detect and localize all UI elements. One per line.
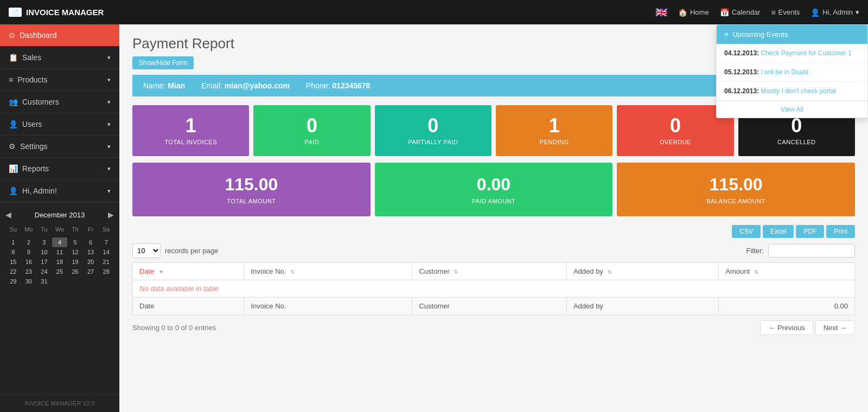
cal-day[interactable]: 31 <box>36 276 52 286</box>
amount-label: TOTAL AMOUNT <box>227 198 276 204</box>
topnav-events[interactable]: ≡ Events <box>771 8 800 17</box>
dashboard-icon: ⊙ <box>9 31 15 40</box>
event-date: 06.12.2013: <box>724 87 759 95</box>
records-per-page-label: records per page <box>165 247 218 255</box>
cal-day-today[interactable]: 4 <box>52 237 68 247</box>
stat-label: OVERDUE <box>660 139 691 145</box>
cal-day[interactable]: 17 <box>36 257 52 267</box>
sort-icon: ⇅ <box>608 269 612 275</box>
chevron-down-icon: ▾ <box>107 165 111 172</box>
sidebar-item-admin[interactable]: 👤 Hi, Admin! ▾ <box>0 180 119 202</box>
print-button[interactable]: Print <box>826 225 855 238</box>
cal-day[interactable]: 24 <box>36 267 52 276</box>
cal-day[interactable]: 26 <box>67 267 83 276</box>
footer-date: Date <box>133 298 244 315</box>
cal-day[interactable]: 9 <box>21 247 37 257</box>
brand: 📄 INVOICE MANAGER <box>9 8 104 17</box>
csv-button[interactable]: CSV <box>732 225 761 238</box>
flag-icon[interactable]: 🇬🇧 <box>655 7 667 18</box>
cal-day[interactable]: 3 <box>36 237 52 247</box>
next-page-button[interactable]: Next → <box>815 320 855 335</box>
cal-day[interactable]: 18 <box>52 257 68 267</box>
amount-row: 115.00 TOTAL AMOUNT 0.00 PAID AMOUNT 115… <box>132 163 855 216</box>
view-all-events-button[interactable]: View All <box>717 101 867 118</box>
sidebar-item-customers[interactable]: 👥 Customers ▾ <box>0 91 119 113</box>
cal-day[interactable]: 12 <box>67 247 83 257</box>
col-customer[interactable]: Customer ⇅ <box>412 263 567 280</box>
cal-day[interactable]: 16 <box>21 257 37 267</box>
cal-day[interactable]: 19 <box>67 257 83 267</box>
cal-day[interactable]: 13 <box>83 247 99 257</box>
cal-day[interactable]: 8 <box>5 247 21 257</box>
cal-day[interactable]: 21 <box>98 257 114 267</box>
pdf-button[interactable]: PDF <box>796 225 824 238</box>
cal-day[interactable]: 10 <box>36 247 52 257</box>
cal-day-header: Fr <box>83 224 99 234</box>
sidebar-item-settings[interactable]: ⚙ Settings ▾ <box>0 136 119 158</box>
cal-day[interactable]: 11 <box>52 247 68 257</box>
previous-page-button[interactable]: ← Previous <box>760 320 813 335</box>
sidebar-item-products[interactable]: ≡ Products ▾ <box>0 69 119 91</box>
pagination: ← Previous Next → <box>760 320 855 335</box>
cal-day[interactable]: 27 <box>83 267 99 276</box>
cal-day-header: Th <box>67 224 83 234</box>
cal-day[interactable]: 2 <box>21 237 37 247</box>
col-invoice-no[interactable]: Invoice No. ⇅ <box>244 263 412 280</box>
stat-card-partially-paid: 0 PARTIALLY PAID <box>375 105 492 156</box>
events-icon: ≡ <box>771 8 775 17</box>
calendar-prev-btn[interactable]: ◀ <box>5 210 11 219</box>
col-amount[interactable]: Amount ⇅ <box>719 263 855 280</box>
table-footer: Showing 0 to 0 of 0 entries ← Previous N… <box>132 320 855 335</box>
cal-day[interactable]: 22 <box>5 267 21 276</box>
calendar-month-label: December 2013 <box>35 211 85 219</box>
user-icon: 👤 <box>810 8 820 17</box>
col-date[interactable]: Date ▼ <box>133 263 244 280</box>
cal-day[interactable]: 28 <box>98 267 114 276</box>
amount-number: 0.00 <box>477 175 510 195</box>
topnav-calendar[interactable]: 📅 Calendar <box>720 8 761 17</box>
chevron-down-icon: ▾ <box>107 76 111 83</box>
brand-icon: 📄 <box>9 8 22 17</box>
cal-day[interactable]: 20 <box>83 257 99 267</box>
main-wrapper: Payment Report Show/Hide Form Name: Mian… <box>119 24 868 412</box>
app-version: INVOICE MANAGER V2.0 <box>24 400 95 407</box>
cal-day[interactable]: 6 <box>83 237 99 247</box>
event-date: 04.12.2013: <box>724 49 759 57</box>
cal-day[interactable]: 25 <box>52 267 68 276</box>
chevron-down-icon: ▾ <box>107 143 111 150</box>
amount-card-total: 115.00 TOTAL AMOUNT <box>132 163 371 216</box>
sidebar-item-reports[interactable]: 📊 Reports ▾ <box>0 158 119 180</box>
topnav-user[interactable]: 👤 Hi, Admin ▾ <box>810 8 859 17</box>
cal-day[interactable]: 5 <box>67 237 83 247</box>
sidebar-item-label: Reports <box>22 164 49 173</box>
data-table: Date ▼ Invoice No. ⇅ Customer ⇅ <box>132 262 855 315</box>
chevron-down-icon: ▾ <box>107 99 111 106</box>
show-hide-form-button[interactable]: Show/Hide Form <box>132 56 194 69</box>
customer-name-section: Name: Mian <box>143 81 185 90</box>
filter-input[interactable] <box>768 244 855 258</box>
col-added-by[interactable]: Added by ⇅ <box>566 263 718 280</box>
admin-icon: 👤 <box>9 186 18 195</box>
cal-day[interactable]: 30 <box>21 276 37 286</box>
sort-icon: ⇅ <box>290 269 295 275</box>
stat-card-paid: 0 PAID <box>253 105 370 156</box>
chevron-down-icon: ▾ <box>107 121 111 128</box>
sidebar-item-dashboard[interactable]: ⊙ Dashboard <box>0 24 119 47</box>
sidebar-item-users[interactable]: 👤 Users ▾ <box>0 113 119 136</box>
showing-entries-text: Showing 0 to 0 of 0 entries <box>132 324 216 332</box>
calendar-next-btn[interactable]: ▶ <box>108 210 114 219</box>
sidebar-item-sales[interactable]: 📋 Sales ▾ <box>0 47 119 69</box>
cal-day[interactable]: 15 <box>5 257 21 267</box>
per-page-select[interactable]: 10 25 50 100 <box>132 243 161 258</box>
cal-day[interactable]: 23 <box>21 267 37 276</box>
sidebar-item-label: Sales <box>22 53 41 62</box>
excel-button[interactable]: Excel <box>763 225 794 238</box>
topnav-home[interactable]: 🏠 Home <box>678 8 709 17</box>
cal-day[interactable]: 29 <box>5 276 21 286</box>
cal-day[interactable]: 1 <box>5 237 21 247</box>
stat-number: 1 <box>549 116 560 136</box>
sidebar-footer: INVOICE MANAGER V2.0 <box>0 394 119 412</box>
cal-day[interactable]: 7 <box>98 237 114 247</box>
cal-day[interactable]: 14 <box>98 247 114 257</box>
sidebar-item-label: Dashboard <box>20 31 57 40</box>
